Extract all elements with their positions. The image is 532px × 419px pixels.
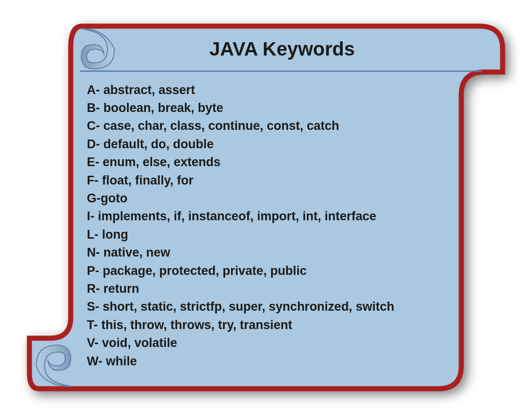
keyword-line: W- while [87, 352, 454, 370]
keyword-line: G-goto [87, 190, 454, 207]
keyword-line: I- implements, if, instanceof, import, i… [87, 207, 454, 225]
keyword-line: B- boolean, break, byte [87, 99, 454, 117]
header-area: JAVA Keywords [85, 26, 480, 72]
keyword-line: V- void, volatile [87, 334, 454, 352]
keyword-line: L- long [87, 226, 454, 244]
keyword-line: N- native, new [87, 244, 454, 262]
keyword-line: F- float, finally, for [87, 172, 454, 190]
keyword-line: E- enum, else, extends [87, 153, 454, 171]
keyword-line: C- case, char, class, continue, const, c… [87, 117, 454, 135]
keyword-line: R- return [87, 280, 454, 298]
keyword-line: P- package, protected, private, public [87, 262, 454, 280]
keyword-line: S- short, static, strictfp, super, synch… [87, 298, 454, 316]
keyword-line: A- abstract, assert [87, 81, 454, 99]
keyword-list: A- abstract, assert B- boolean, break, b… [87, 81, 454, 371]
scroll-document: JAVA Keywords A- abstract, assert B- boo… [23, 19, 509, 400]
keyword-line: T- this, throw, throws, try, transient [87, 316, 454, 334]
keyword-line: D- default, do, double [87, 135, 454, 153]
document-title: JAVA Keywords [209, 38, 355, 60]
